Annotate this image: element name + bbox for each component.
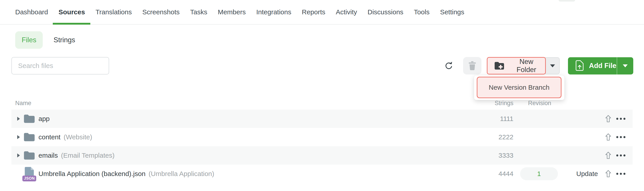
nav-item-screenshots[interactable]: Screenshots [142, 0, 180, 24]
row-name: app [38, 115, 50, 122]
nav-item-reports[interactable]: Reports [302, 0, 325, 24]
new-folder-button[interactable]: New Folder [487, 57, 546, 74]
add-file-label: Add File [589, 62, 616, 70]
ellipsis-menu-icon[interactable] [616, 136, 626, 138]
folder-icon [24, 150, 35, 160]
row-subtitle: (Email Templates) [61, 152, 115, 159]
ellipsis-menu-icon[interactable] [616, 118, 626, 120]
menu-item-new-version-branch[interactable]: New Version Branch [477, 77, 562, 98]
row-strings-count: 2222 [498, 133, 514, 141]
row-strings-count: 1111 [500, 115, 514, 122]
ellipsis-menu-icon[interactable] [616, 154, 626, 156]
table-row-content[interactable]: content(Website) 2222 [12, 128, 632, 146]
nav-item-sources[interactable]: Sources [58, 0, 85, 24]
column-header-revision: Revision [528, 100, 551, 107]
revision-badge[interactable]: 1 [520, 167, 558, 180]
chevron-right-icon[interactable] [17, 117, 20, 121]
row-subtitle: (Umbrella Application) [149, 170, 214, 177]
folder-icon [24, 132, 35, 142]
nav-item-integrations[interactable]: Integrations [256, 0, 291, 24]
refresh-button[interactable] [445, 62, 453, 70]
trash-icon [468, 61, 476, 70]
row-name: Umbrella Application (backend).json(Umbr… [38, 170, 214, 178]
files-table: app 1111 content(Website) 2222 [12, 110, 632, 183]
nav-item-tools[interactable]: Tools [414, 0, 430, 24]
nav-item-members[interactable]: Members [218, 0, 246, 24]
table-row-emails[interactable]: emails(Email Templates) 3333 [12, 146, 632, 164]
add-file-button[interactable]: Add File [568, 57, 633, 74]
toolbar-actions: New Folder Add File [445, 57, 633, 74]
json-badge: JSON [22, 176, 36, 182]
json-file-icon: JSON [24, 167, 36, 181]
nav-item-settings[interactable]: Settings [440, 0, 464, 24]
nav-item-discussions[interactable]: Discussions [368, 0, 404, 24]
upload-icon[interactable] [605, 133, 611, 141]
row-name: emails(Email Templates) [38, 152, 114, 159]
delete-button[interactable] [463, 57, 482, 74]
table-row-app[interactable]: app 1111 [12, 110, 632, 128]
files-toolbar: New Folder Add File [12, 57, 633, 74]
tab-strings[interactable]: Strings [54, 36, 75, 44]
add-file-main: Add File [568, 60, 616, 71]
upload-icon[interactable] [605, 170, 611, 178]
new-folder-label: New Folder [509, 58, 544, 74]
new-folder-dropdown-menu: New Version Branch [474, 75, 564, 100]
file-upload-icon [575, 60, 584, 71]
chevron-down-icon [550, 64, 555, 67]
new-folder-split-button: New Folder [487, 57, 560, 74]
chevron-right-icon[interactable] [17, 135, 20, 139]
table-row-umbrella-json[interactable]: JSON Umbrella Application (backend).json… [12, 164, 632, 183]
upload-icon[interactable] [605, 152, 611, 159]
nav-item-translations[interactable]: Translations [96, 0, 132, 24]
row-strings-count: 3333 [498, 152, 514, 159]
row-name: content(Website) [38, 133, 92, 141]
tab-files[interactable]: Files [15, 31, 43, 49]
upload-icon[interactable] [605, 115, 611, 122]
ellipsis-menu-icon[interactable] [616, 173, 626, 175]
search-input[interactable] [12, 57, 109, 74]
update-link[interactable]: Update [576, 170, 598, 178]
chevron-right-icon[interactable] [17, 154, 20, 158]
column-header-name: Name [15, 100, 31, 107]
row-strings-count: 4444 [498, 170, 514, 178]
nav-item-activity[interactable]: Activity [336, 0, 357, 24]
column-header-strings: Strings [495, 100, 514, 107]
chevron-down-icon [623, 64, 628, 67]
add-file-dropdown-toggle[interactable] [617, 64, 633, 67]
project-nav: Dashboard Sources Translations Screensho… [0, 0, 644, 24]
nav-item-tasks[interactable]: Tasks [190, 0, 207, 24]
row-subtitle: (Website) [64, 133, 92, 141]
folder-icon [24, 114, 35, 124]
sub-tabs: Files Strings [15, 31, 75, 49]
refresh-icon [445, 62, 453, 70]
nav-item-dashboard[interactable]: Dashboard [15, 0, 48, 24]
folder-plus-icon [494, 61, 504, 70]
sources-files-page: Dashboard Sources Translations Screensho… [0, 0, 644, 191]
